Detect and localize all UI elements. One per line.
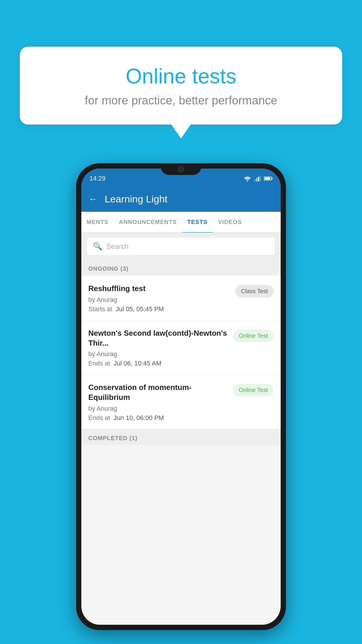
bubble-title: Online tests — [34, 64, 328, 88]
svg-rect-7 — [272, 178, 273, 179]
speech-bubble: Online tests for more practice, better p… — [20, 47, 342, 125]
speech-bubble-container: Online tests for more practice, better p… — [20, 47, 342, 125]
test-list: Reshuffling test by Anurag Starts at Jul… — [81, 276, 281, 429]
test-badge-2: Online Test — [233, 330, 274, 342]
test-name-3: Conservation of momentum-Equilibrium — [88, 383, 228, 402]
phone-frame: 14:29 — [76, 163, 286, 630]
completed-section-title: COMPLETED (1) — [88, 435, 138, 441]
tab-ments[interactable]: MENTS — [81, 212, 114, 232]
app-bar: ← Learning Light — [81, 186, 281, 212]
battery-icon — [264, 176, 273, 181]
test-item-1[interactable]: Reshuffling test by Anurag Starts at Jul… — [81, 276, 281, 320]
back-button[interactable]: ← — [88, 194, 98, 204]
completed-section-header: COMPLETED (1) — [81, 429, 281, 445]
test-item-2[interactable]: Newton's Second law(contd)-Newton's Thir… — [81, 320, 281, 375]
ongoing-section-title: ONGOING (3) — [88, 265, 129, 272]
test-author-3: by Anurag — [88, 405, 228, 412]
test-info-1: Reshuffling test by Anurag Starts at Jul… — [88, 284, 231, 313]
test-author-1: by Anurag — [88, 296, 231, 304]
status-time: 14:29 — [89, 175, 106, 182]
search-container: 🔍 Search — [81, 233, 281, 260]
test-author-2: by Anurag — [88, 350, 228, 358]
search-icon: 🔍 — [93, 242, 102, 251]
test-info-2: Newton's Second law(contd)-Newton's Thir… — [88, 328, 228, 368]
search-box[interactable]: 🔍 Search — [87, 238, 275, 255]
test-badge-3: Online Test — [233, 384, 274, 396]
search-placeholder: Search — [106, 242, 129, 251]
tab-announcements[interactable]: ANNOUNCEMENTS — [114, 212, 182, 232]
camera-icon — [178, 166, 184, 173]
test-time-2: Ends at Jul 06, 10:45 AM — [88, 360, 228, 367]
test-time-3: Ends at Jun 10, 06:00 PM — [88, 414, 228, 422]
bubble-subtitle: for more practice, better performance — [34, 94, 328, 107]
ongoing-section-header: ONGOING (3) — [81, 260, 281, 276]
signal-icon — [254, 176, 261, 181]
svg-rect-1 — [254, 179, 256, 181]
svg-rect-4 — [260, 176, 261, 181]
wifi-icon — [243, 176, 252, 181]
tabs-container: MENTS ANNOUNCEMENTS TESTS VIDEOS — [81, 212, 281, 233]
test-badge-1: Class Test — [235, 285, 274, 298]
test-name-1: Reshuffling test — [88, 284, 231, 294]
tab-tests[interactable]: TESTS — [182, 212, 213, 232]
status-icons — [243, 176, 273, 181]
test-name-2: Newton's Second law(contd)-Newton's Thir… — [88, 328, 228, 348]
svg-rect-6 — [264, 177, 270, 180]
phone-wrapper: 14:29 — [76, 163, 286, 630]
svg-point-0 — [247, 180, 248, 181]
svg-rect-2 — [256, 178, 257, 181]
app-title: Learning Light — [105, 193, 168, 205]
test-time-1: Starts at Jul 05, 05:45 PM — [88, 305, 231, 313]
tab-videos[interactable]: VIDEOS — [213, 212, 247, 232]
phone-notch — [161, 163, 201, 175]
test-info-3: Conservation of momentum-Equilibrium by … — [88, 383, 228, 422]
test-item-3[interactable]: Conservation of momentum-Equilibrium by … — [81, 374, 281, 429]
phone-screen: 14:29 — [81, 169, 281, 625]
svg-rect-3 — [258, 177, 259, 181]
